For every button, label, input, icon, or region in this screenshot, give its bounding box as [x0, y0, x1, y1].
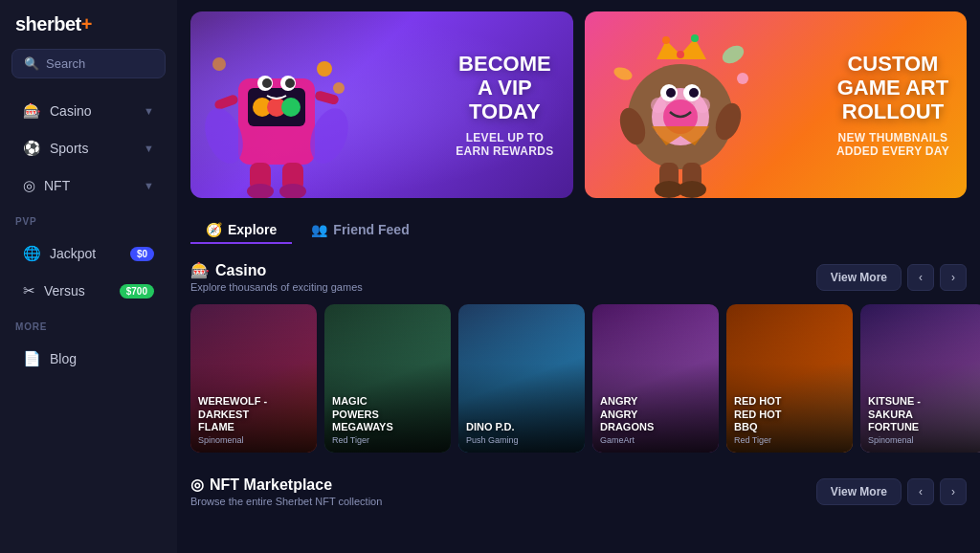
nav-item-blog[interactable]: 📄 Blog	[8, 341, 169, 377]
tab-friend-feed[interactable]: 👥 Friend Feed	[296, 215, 424, 244]
friends-icon: 👥	[311, 222, 327, 237]
svg-point-10	[285, 78, 295, 88]
svg-point-26	[691, 34, 699, 42]
casino-section-title: 🎰 Casino	[190, 261, 363, 279]
custom-banner-subtitle: NEW THUMBNAILS ADDED EVERY DAY	[836, 131, 949, 158]
chevron-right-icon: ›	[951, 485, 955, 498]
svg-point-29	[666, 88, 676, 98]
svg-point-19	[212, 57, 226, 71]
more-section-label: MORE	[0, 314, 177, 336]
svg-point-41	[737, 73, 748, 84]
casino-section-actions: View More ‹ ›	[816, 264, 967, 291]
game-card-info: KITSUNE - SAKURA FORTUNE Spinomenal	[860, 387, 980, 453]
jackpot-icon: 🌐	[23, 245, 41, 262]
game-title: DINO P.D.	[466, 421, 577, 433]
game-card-kitsune[interactable]: KITSUNE - SAKURA FORTUNE Spinomenal	[860, 304, 980, 453]
chevron-right-icon: ›	[951, 271, 955, 284]
more-nav: 📄 Blog	[0, 336, 177, 382]
game-card-dino[interactable]: DINO P.D. Push Gaming	[458, 304, 585, 453]
svg-point-18	[333, 82, 345, 94]
nft-section-title: ◎ NFT Marketplace	[190, 476, 382, 494]
logo-text: sherbet+	[15, 13, 92, 35]
view-more-label: View More	[831, 271, 887, 284]
nft-title-block: ◎ NFT Marketplace Browse the entire Sher…	[190, 476, 382, 507]
svg-point-31	[651, 98, 666, 113]
casino-title-block: 🎰 Casino Explore thousands of exciting g…	[190, 261, 363, 293]
casino-next-arrow[interactable]: ›	[940, 264, 967, 291]
game-card-angry-dragons[interactable]: ANGRY ANGRY DRAGONS GameArt	[592, 304, 719, 453]
nft-view-more-button[interactable]: View More	[816, 478, 902, 505]
nft-next-arrow[interactable]: ›	[940, 478, 967, 505]
jackpot-badge: $0	[130, 247, 154, 261]
game-provider: Spinomenal	[198, 435, 309, 445]
svg-point-4	[281, 98, 301, 117]
nav-item-versus[interactable]: ✂ Versus $700	[8, 273, 169, 309]
casino-icon: 🎰	[23, 102, 41, 120]
nav-item-jackpot[interactable]: 🌐 Jackpot $0	[8, 235, 169, 272]
main-nav: 🎰 Casino ▼ ⚽ Sports ▼ ◎ NFT ▼	[0, 88, 177, 209]
nft-title-text: NFT Marketplace	[210, 476, 332, 494]
nav-label-casino: Casino	[50, 103, 92, 119]
game-card-info: MAGIC POWERS MEGAWAYS Red Tiger	[324, 387, 451, 453]
chevron-left-icon: ‹	[919, 485, 923, 498]
casino-section-icon: 🎰	[190, 261, 210, 279]
nft-subtitle: Browse the entire Sherbet NFT collection	[190, 496, 382, 507]
tab-explore-label: Explore	[228, 222, 277, 237]
nft-prev-arrow[interactable]: ‹	[907, 478, 934, 505]
tabs-row: 🧭 Explore 👥 Friend Feed	[177, 208, 980, 250]
nft-section-header: ◎ NFT Marketplace Browse the entire Sher…	[177, 464, 980, 511]
game-card-magic-powers[interactable]: MAGIC POWERS MEGAWAYS Red Tiger	[324, 304, 451, 453]
nav-label-blog: Blog	[50, 351, 77, 366]
game-card-red-hot-bbq[interactable]: RED HOT RED HOT BBQ Red Tiger	[726, 304, 853, 453]
game-title: RED HOT RED HOT BBQ	[734, 395, 845, 433]
custom-banner-text: CUSTOM GAME ART ROLLOUT NEW THUMBNAILS A…	[836, 52, 949, 159]
svg-point-39	[719, 42, 746, 67]
pvp-nav: 🌐 Jackpot $0 ✂ Versus $700	[0, 231, 177, 314]
vip-character-illustration	[200, 21, 353, 198]
hero-banner-vip[interactable]: BECOME A VIP TODAY LEVEL UP TO EARN REWA…	[190, 11, 573, 198]
nav-label-sports: Sports	[50, 141, 88, 156]
chevron-down-icon: ▼	[144, 105, 154, 117]
chevron-left-icon: ‹	[919, 271, 923, 284]
nav-item-sports[interactable]: ⚽ Sports ▼	[8, 130, 169, 166]
game-title: KITSUNE - SAKURA FORTUNE	[868, 395, 979, 433]
nav-label-jackpot: Jackpot	[50, 246, 96, 261]
hero-section: BECOME A VIP TODAY LEVEL UP TO EARN REWA…	[177, 0, 980, 208]
game-provider: Red Tiger	[734, 435, 845, 445]
search-icon: 🔍	[24, 56, 39, 71]
sidebar: sherbet+ 🔍 Search 🎰 Casino ▼ ⚽ Sports ▼ …	[0, 0, 177, 553]
nav-label-versus: Versus	[44, 283, 85, 299]
tab-explore[interactable]: 🧭 Explore	[190, 215, 292, 244]
game-provider: GameArt	[600, 435, 711, 445]
custom-character-illustration	[599, 21, 762, 198]
vip-banner-text: BECOME A VIP TODAY LEVEL UP TO EARN REWA…	[456, 52, 553, 159]
pvp-section-label: PVP	[0, 209, 177, 231]
game-title: WEREWOLF - DARKEST FLAME	[198, 395, 309, 433]
nav-item-nft[interactable]: ◎ NFT ▼	[8, 167, 169, 204]
svg-point-24	[662, 36, 670, 44]
nft-section-actions: View More ‹ ›	[816, 478, 967, 505]
search-button[interactable]: 🔍 Search	[11, 49, 166, 78]
game-provider: Spinomenal	[868, 435, 979, 445]
casino-games-row: WEREWOLF - DARKEST FLAME Spinomenal MAGI…	[177, 297, 980, 464]
svg-point-32	[695, 98, 710, 113]
casino-prev-arrow[interactable]: ‹	[907, 264, 934, 291]
hero-banner-custom[interactable]: CUSTOM GAME ART ROLLOUT NEW THUMBNAILS A…	[585, 11, 968, 198]
game-card-info: RED HOT RED HOT BBQ Red Tiger	[726, 387, 853, 453]
nft-section-icon: ◎	[190, 476, 204, 494]
custom-banner-title: CUSTOM GAME ART ROLLOUT	[836, 52, 949, 124]
compass-icon: 🧭	[206, 222, 222, 237]
game-card-info: WEREWOLF - DARKEST FLAME Spinomenal	[190, 387, 317, 453]
game-provider: Push Gaming	[466, 435, 577, 445]
game-card-werewolf[interactable]: WEREWOLF - DARKEST FLAME Spinomenal	[190, 304, 317, 453]
logo: sherbet+	[0, 0, 177, 49]
vip-banner-title: BECOME A VIP TODAY	[456, 52, 553, 124]
casino-view-more-button[interactable]: View More	[816, 264, 902, 291]
game-card-info: ANGRY ANGRY DRAGONS GameArt	[592, 387, 719, 453]
nav-item-casino[interactable]: 🎰 Casino ▼	[8, 93, 169, 129]
main-content: BECOME A VIP TODAY LEVEL UP TO EARN REWA…	[177, 0, 980, 553]
svg-point-38	[678, 181, 706, 198]
game-card-info: DINO P.D. Push Gaming	[458, 413, 585, 453]
sports-icon: ⚽	[23, 140, 41, 157]
svg-point-30	[689, 88, 699, 98]
